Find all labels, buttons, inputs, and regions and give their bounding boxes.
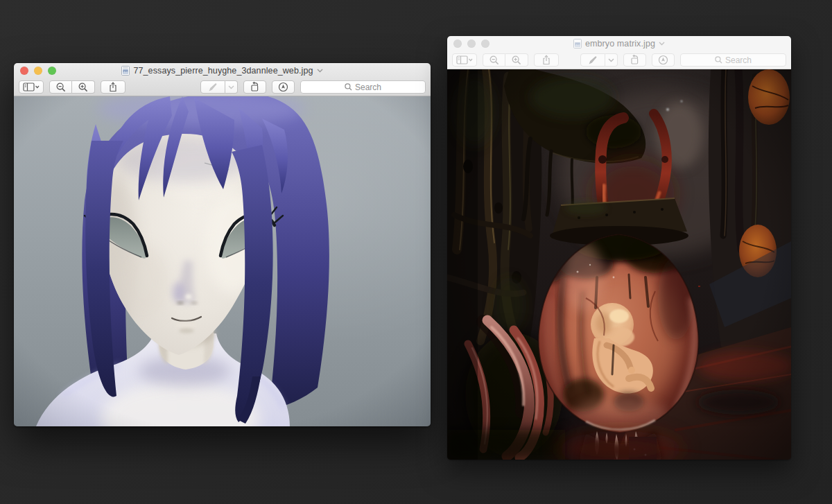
sidebar-toggle-button[interactable] [452,53,477,67]
markup-pen-group [200,80,238,94]
search-field[interactable]: Search [300,80,426,94]
search-placeholder: Search [355,82,381,92]
preview-window-embryo[interactable]: embryo matrix.jpg [447,36,791,460]
rotate-left-button[interactable] [623,53,646,67]
preview-window-annlee[interactable]: 77_essays_pierre_huyghe_3dannlee_web.jpg [14,63,431,426]
rotate-left-icon [630,55,640,65]
markup-pen-group [580,53,618,67]
markup-pen-button[interactable] [580,53,605,67]
search-icon [715,56,722,64]
search-field[interactable]: Search [680,53,786,67]
markup-toolbar-button[interactable] [272,80,295,94]
annlee-image [14,96,431,426]
chevron-down-icon [228,85,234,89]
window-chrome: embryo matrix.jpg [447,36,791,69]
zoom-button[interactable] [481,40,489,48]
markup-circle-icon [278,82,288,92]
markup-circle-icon [658,55,668,65]
embryo-image [447,69,791,460]
minimize-button[interactable] [34,67,42,75]
rotate-left-button[interactable] [243,80,266,94]
sidebar-icon [23,82,40,92]
close-button[interactable] [453,40,462,48]
sidebar-toggle-button[interactable] [19,80,44,94]
magnifier-minus-icon [489,55,499,65]
zoom-out-button[interactable] [483,53,505,67]
document-proxy-icon[interactable] [573,39,582,49]
magnifier-plus-icon [78,82,88,92]
pen-icon [208,82,218,92]
zoom-out-button[interactable] [49,80,72,94]
window-title: embryo matrix.jpg [585,39,655,49]
window-chrome: 77_essays_pierre_huyghe_3dannlee_web.jpg [14,63,431,96]
sidebar-icon [456,55,473,64]
chevron-down-icon [608,58,614,62]
traffic-lights [453,40,489,48]
share-button[interactable] [534,53,559,67]
zoom-controls [49,80,95,94]
pen-icon [588,55,598,65]
zoom-in-button[interactable] [72,80,95,94]
traffic-lights [20,67,56,75]
toolbar: Search [447,51,791,69]
close-button[interactable] [20,67,28,75]
minimize-button[interactable] [467,40,476,48]
title-chevron-icon[interactable] [659,42,665,46]
magnifier-minus-icon [56,82,66,92]
chevron-down-icon [469,59,473,61]
chevron-down-icon [36,86,40,88]
share-icon [541,55,551,65]
search-icon [345,83,352,91]
magnifier-plus-icon [512,55,521,65]
markup-toolbar-button[interactable] [652,53,675,67]
markup-pen-button[interactable] [200,80,225,94]
share-icon [108,82,118,92]
markup-pen-dropdown[interactable] [605,53,618,67]
share-button[interactable] [101,80,125,94]
search-placeholder: Search [725,55,752,65]
zoom-in-button[interactable] [505,53,528,67]
document-proxy-icon[interactable] [121,66,130,76]
toolbar: Search [14,78,431,96]
zoom-button[interactable] [48,67,56,75]
window-title: 77_essays_pierre_huyghe_3dannlee_web.jpg [133,66,313,76]
desktop: { "desktop": { "background_color": "#282… [0,0,832,504]
titlebar[interactable]: embryo matrix.jpg [447,36,791,51]
title-chevron-icon[interactable] [317,69,323,73]
rotate-left-icon [250,82,260,92]
markup-pen-dropdown[interactable] [225,80,238,94]
titlebar[interactable]: 77_essays_pierre_huyghe_3dannlee_web.jpg [14,63,431,78]
zoom-controls [483,53,528,67]
